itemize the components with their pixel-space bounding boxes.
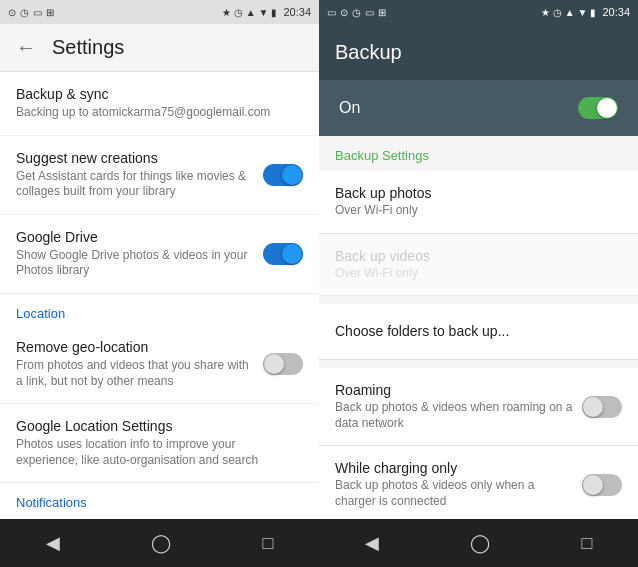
location-section-label: Location bbox=[0, 294, 319, 325]
toggle-knob-3 bbox=[264, 354, 284, 374]
remove-geo-item[interactable]: Remove geo-location From photos and vide… bbox=[0, 325, 319, 404]
right-status-icons-right: ★ ◷ ▲ ▼ ▮ 20:34 bbox=[541, 6, 630, 18]
left-toolbar: ← Settings bbox=[0, 24, 319, 72]
right-nav-bar: ◀ ◯ □ bbox=[319, 519, 638, 567]
backup-sync-title: Backup & sync bbox=[16, 86, 295, 102]
roaming-title: Roaming bbox=[335, 382, 574, 398]
backup-separator-2 bbox=[319, 360, 638, 368]
status-icons-left: ⊙ ◷ ▭ ⊞ bbox=[8, 7, 54, 18]
right-battery-icon: ▮ bbox=[590, 7, 596, 18]
settings-content: Backup & sync Backing up to atomickarma7… bbox=[0, 72, 319, 519]
back-nav-icon[interactable]: ◀ bbox=[46, 532, 60, 554]
suggest-creations-subtitle: Get Assistant cards for things like movi… bbox=[16, 169, 255, 200]
left-status-bar: ⊙ ◷ ▭ ⊞ ★ ◷ ▲ ▼ ▮ 20:34 bbox=[0, 0, 319, 24]
backup-content: Back up photos Over Wi-Fi only Back up v… bbox=[319, 171, 638, 519]
charging-toggle[interactable] bbox=[582, 474, 622, 496]
backup-on-toggle[interactable] bbox=[578, 97, 618, 119]
suggest-creations-toggle[interactable] bbox=[263, 164, 303, 186]
right-home-nav-icon[interactable]: ◯ bbox=[470, 532, 490, 554]
google-drive-title: Google Drive bbox=[16, 229, 255, 245]
charging-only-item[interactable]: While charging only Back up photos & vid… bbox=[319, 446, 638, 519]
app-icon-2: ◷ bbox=[20, 7, 29, 18]
time-left: 20:34 bbox=[283, 6, 311, 18]
right-time: 20:34 bbox=[602, 6, 630, 18]
backup-sync-item[interactable]: Backup & sync Backing up to atomickarma7… bbox=[0, 72, 319, 136]
app-icon-1: ⊙ bbox=[8, 7, 16, 18]
remove-geo-subtitle: From photos and videos that you share wi… bbox=[16, 358, 255, 389]
backup-on-label: On bbox=[339, 99, 360, 117]
settings-title: Settings bbox=[52, 36, 124, 59]
right-recents-nav-icon[interactable]: □ bbox=[581, 533, 592, 554]
right-icon-3: ◷ bbox=[352, 7, 361, 18]
google-drive-item[interactable]: Google Drive Show Google Drive photos & … bbox=[0, 215, 319, 294]
google-drive-subtitle: Show Google Drive photos & videos in you… bbox=[16, 248, 255, 279]
left-nav-bar: ◀ ◯ □ bbox=[0, 519, 319, 567]
backup-settings-section-label: Backup Settings bbox=[319, 136, 638, 171]
alarm-icon: ◷ bbox=[234, 7, 243, 18]
right-icon-4: ▭ bbox=[365, 7, 374, 18]
toggle-knob bbox=[282, 165, 302, 185]
google-location-item[interactable]: Google Location Settings Photos uses loc… bbox=[0, 404, 319, 483]
notifications-section-label: Notifications bbox=[0, 483, 319, 514]
right-icon-1: ▭ bbox=[327, 7, 336, 18]
charging-only-title: While charging only bbox=[335, 460, 574, 476]
backup-sync-subtitle: Backing up to atomickarma75@googlemail.c… bbox=[16, 105, 295, 121]
charging-toggle-knob bbox=[583, 475, 603, 495]
suggest-creations-item[interactable]: Suggest new creations Get Assistant card… bbox=[0, 136, 319, 215]
roaming-toggle-knob bbox=[583, 397, 603, 417]
google-location-title: Google Location Settings bbox=[16, 418, 295, 434]
right-status-icons-left: ▭ ⊙ ◷ ▭ ⊞ bbox=[327, 7, 386, 18]
backup-videos-subtitle: Over Wi-Fi only bbox=[335, 266, 614, 282]
right-alarm-icon: ◷ bbox=[553, 7, 562, 18]
backup-on-row[interactable]: On bbox=[319, 80, 638, 136]
app-icon-4: ⊞ bbox=[46, 7, 54, 18]
remove-geo-title: Remove geo-location bbox=[16, 339, 255, 355]
right-status-bar: ▭ ⊙ ◷ ▭ ⊞ ★ ◷ ▲ ▼ ▮ 20:34 bbox=[319, 0, 638, 24]
right-wifi-icon: ▼ bbox=[578, 7, 588, 18]
right-bt-icon: ★ bbox=[541, 7, 550, 18]
google-location-subtitle: Photos uses location info to improve you… bbox=[16, 437, 295, 468]
right-back-nav-icon[interactable]: ◀ bbox=[365, 532, 379, 554]
battery-icon: ▮ bbox=[271, 7, 277, 18]
app-icon-3: ▭ bbox=[33, 7, 42, 18]
right-icon-2: ⊙ bbox=[340, 7, 348, 18]
bluetooth-icon: ★ bbox=[222, 7, 231, 18]
backup-toggle-knob bbox=[597, 98, 617, 118]
backup-videos-item: Back up videos Over Wi-Fi only bbox=[319, 234, 638, 297]
left-panel: ⊙ ◷ ▭ ⊞ ★ ◷ ▲ ▼ ▮ 20:34 ← Settings Backu… bbox=[0, 0, 319, 567]
right-icon-5: ⊞ bbox=[378, 7, 386, 18]
back-button[interactable]: ← bbox=[16, 36, 36, 59]
status-icons-right: ★ ◷ ▲ ▼ ▮ 20:34 bbox=[222, 6, 311, 18]
wifi-icon: ▼ bbox=[259, 7, 269, 18]
backup-photos-title: Back up photos bbox=[335, 185, 614, 201]
toggle-knob-2 bbox=[282, 244, 302, 264]
choose-folders-title: Choose folders to back up... bbox=[335, 323, 614, 339]
google-drive-toggle[interactable] bbox=[263, 243, 303, 265]
suggest-creations-title: Suggest new creations bbox=[16, 150, 255, 166]
home-nav-icon[interactable]: ◯ bbox=[151, 532, 171, 554]
right-signal-icon: ▲ bbox=[565, 7, 575, 18]
charging-only-subtitle: Back up photos & videos only when a char… bbox=[335, 478, 574, 509]
choose-folders-item[interactable]: Choose folders to back up... bbox=[319, 304, 638, 360]
backup-videos-title: Back up videos bbox=[335, 248, 614, 264]
right-panel: ▭ ⊙ ◷ ▭ ⊞ ★ ◷ ▲ ▼ ▮ 20:34 Backup On Back… bbox=[319, 0, 638, 567]
remove-geo-toggle[interactable] bbox=[263, 353, 303, 375]
recents-nav-icon[interactable]: □ bbox=[262, 533, 273, 554]
signal-icon: ▲ bbox=[246, 7, 256, 18]
backup-title: Backup bbox=[335, 41, 402, 64]
roaming-subtitle: Back up photos & videos when roaming on … bbox=[335, 400, 574, 431]
roaming-toggle[interactable] bbox=[582, 396, 622, 418]
backup-photos-item[interactable]: Back up photos Over Wi-Fi only bbox=[319, 171, 638, 234]
backup-separator-1 bbox=[319, 296, 638, 304]
backup-toolbar: Backup bbox=[319, 24, 638, 80]
backup-photos-subtitle: Over Wi-Fi only bbox=[335, 203, 614, 219]
roaming-item[interactable]: Roaming Back up photos & videos when roa… bbox=[319, 368, 638, 446]
